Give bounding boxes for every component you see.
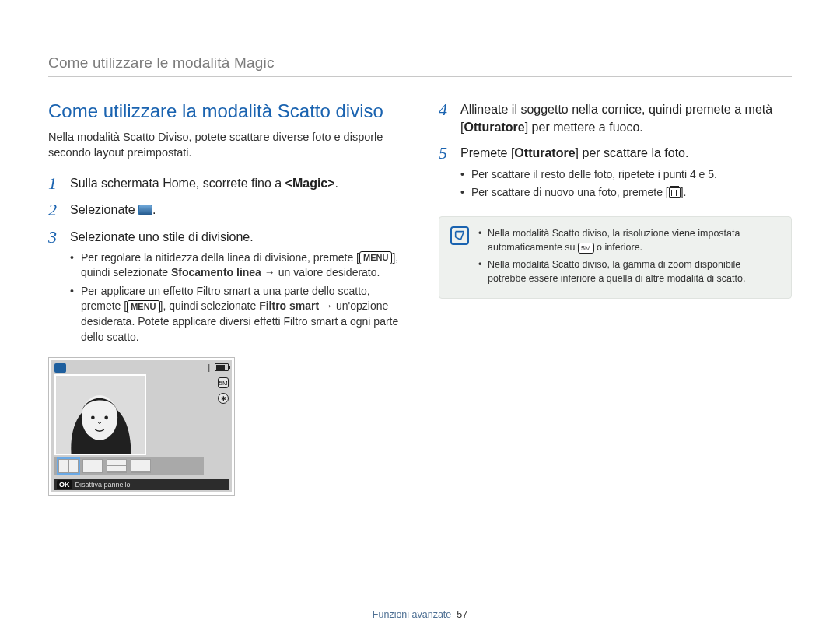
left-column: Come utilizzare la modalità Scatto divis… xyxy=(48,100,401,496)
arrow-icon: → xyxy=(261,266,278,278)
bullet-text: Per scattare di nuovo una foto, premete … xyxy=(471,186,669,198)
step-text: Sulla schermata Home, scorrete fino a xyxy=(70,177,285,190)
preview-pane xyxy=(54,374,146,455)
step-5: 5 Premete [Otturatore] per scattare la f… xyxy=(439,144,792,203)
note-box: Nella modalità Scatto diviso, la risoluz… xyxy=(439,216,792,299)
division-option-2col[interactable] xyxy=(58,459,79,473)
step-bold: Otturatore xyxy=(514,146,575,159)
svg-point-3 xyxy=(104,416,108,420)
right-column: 4 Allineate il soggetto nella cornice, q… xyxy=(439,100,792,496)
step-number: 4 xyxy=(439,100,453,136)
svg-point-2 xyxy=(91,416,95,420)
step-text: . xyxy=(152,203,156,216)
mode-chip-icon xyxy=(54,363,66,373)
menu-key-icon: MENU xyxy=(359,251,392,264)
ok-key-icon: OK xyxy=(57,480,72,489)
note-item-2: Nella modalità Scatto diviso, la gamma d… xyxy=(478,257,780,285)
resolution-chip-icon: 5M xyxy=(578,243,594,254)
step-number: 3 xyxy=(48,228,62,349)
bullet-text: un valore desiderato. xyxy=(278,266,380,278)
step-5-bullet-2: Per scattare di nuovo una foto, premete … xyxy=(460,185,717,201)
step-3-bullet-2: Per applicare un effetto Filtro smart a … xyxy=(70,284,401,345)
face-illustration xyxy=(56,376,145,454)
step-text: Selezionate xyxy=(70,203,138,216)
split-shot-icon xyxy=(138,205,152,215)
step-3-bullet-1: Per regolare la nitidezza della linea di… xyxy=(70,250,401,281)
step-text: ] per mettere a fuoco. xyxy=(525,121,643,134)
arrow-icon: → xyxy=(319,299,336,312)
page-footer: Funzioni avanzate 57 xyxy=(0,609,840,620)
lcd-bottom-bar: OK Disattiva pannello xyxy=(54,479,229,490)
page-number: 57 xyxy=(457,609,467,620)
step-number: 5 xyxy=(439,144,453,203)
bullet-bold: Sfocamento linea xyxy=(171,266,261,278)
bullet-text: ]. xyxy=(681,186,687,198)
section-title: Come utilizzare la modalità Scatto divis… xyxy=(48,100,401,122)
division-style-bar xyxy=(54,457,204,475)
battery-icon xyxy=(215,363,229,371)
bullet-text: Per regolare la nitidezza della linea di… xyxy=(81,251,359,264)
step-text: Premete [ xyxy=(460,146,514,159)
division-option-3row[interactable] xyxy=(131,459,151,473)
lcd-bottom-label: Disattiva pannello xyxy=(75,481,131,489)
exposure-indicator: | xyxy=(208,363,210,372)
step-text: Selezionate uno stile di divisione. xyxy=(70,230,254,243)
camera-lcd-illustration: | 5M ✱ xyxy=(48,357,235,496)
header-rule xyxy=(48,76,792,77)
breadcrumb: Come utilizzare le modalità Magic xyxy=(48,54,792,72)
note-icon xyxy=(450,226,469,245)
division-option-3col[interactable] xyxy=(82,459,103,473)
trash-icon xyxy=(669,187,681,198)
step-2: 2 Selezionate . xyxy=(48,201,401,219)
step-text: ] per scattare la foto. xyxy=(576,146,689,159)
footer-section: Funzioni avanzate xyxy=(373,609,451,620)
menu-key-icon: MENU xyxy=(127,300,159,313)
svg-point-1 xyxy=(82,395,117,440)
intro-paragraph: Nella modalità Scatto Diviso, potete sca… xyxy=(48,130,401,160)
step-1: 1 Sulla schermata Home, scorrete fino a … xyxy=(48,174,401,193)
resolution-indicator-icon: 5M xyxy=(218,377,229,388)
note-item-1: Nella modalità Scatto diviso, la risoluz… xyxy=(478,226,780,254)
step-number: 1 xyxy=(48,174,62,193)
bullet-text: ], quindi selezionate xyxy=(160,299,260,312)
step-number: 2 xyxy=(48,201,62,219)
flash-indicator-icon: ✱ xyxy=(218,393,229,404)
step-5-bullet-1: Per scattare il resto delle foto, ripete… xyxy=(460,167,717,183)
bullet-bold: Filtro smart xyxy=(259,299,319,312)
step-4: 4 Allineate il soggetto nella cornice, q… xyxy=(439,100,792,136)
step-bold: Otturatore xyxy=(464,121,524,134)
step-3: 3 Selezionate uno stile di divisione. Pe… xyxy=(48,228,401,349)
step-text: . xyxy=(335,177,338,190)
division-option-2row[interactable] xyxy=(107,459,127,473)
note-text: o inferiore. xyxy=(594,242,643,253)
step-bold: <Magic> xyxy=(285,177,335,190)
